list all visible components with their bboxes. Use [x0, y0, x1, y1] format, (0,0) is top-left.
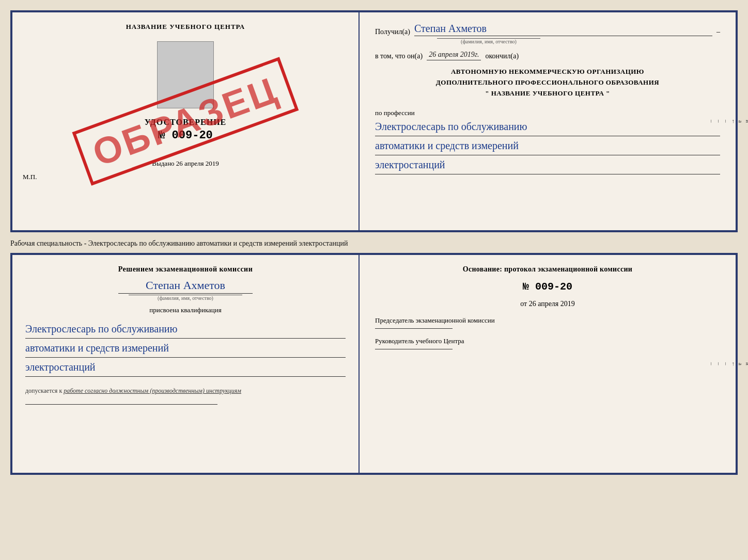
director-label: Руководитель учебного Центра: [375, 336, 720, 347]
allowed-text: работе согласно должностным (производств…: [64, 387, 241, 394]
org-block: АВТОНОМНУЮ НЕКОММЕРЧЕСКУЮ ОРГАНИЗАЦИЮ ДО…: [375, 67, 720, 99]
vtom-line: в том, что он(а) 26 апреля 2019г. окончи…: [375, 51, 720, 60]
side-decoration-bottom: и а ← – – –: [724, 255, 736, 473]
qual-line2: автоматики и средств измерений: [25, 339, 346, 358]
director-block: Руководитель учебного Центра: [375, 336, 720, 349]
org-line2: ДОПОЛНИТЕЛЬНОГО ПРОФЕССИОНАЛЬНОГО ОБРАЗО…: [375, 77, 720, 88]
bottom-left-panel: Решением экзаменационной комиссии Степан…: [12, 255, 360, 473]
okonchil-label: окончил(а): [485, 52, 519, 60]
top-document: НАЗВАНИЕ УЧЕБНОГО ЦЕНТРА ОБРАЗЕЦ УДОСТОВ…: [10, 10, 738, 232]
top-right-panel: Получил(а) Степан Ахметов – (фамилия, им…: [360, 12, 736, 230]
ot-date: от 26 апреля 2019: [375, 300, 720, 308]
qual-line3: электростанций: [25, 358, 346, 377]
qualification-block: Электрослесарь по обслуживанию автоматик…: [25, 319, 346, 377]
received-line: Получил(а) Степан Ахметов –: [375, 23, 720, 36]
profession-line3: электростанций: [375, 155, 720, 174]
page-wrapper: НАЗВАНИЕ УЧЕБНОГО ЦЕНТРА ОБРАЗЕЦ УДОСТОВ…: [10, 10, 738, 475]
cert-title: УДОСТОВЕРЕНИЕ: [145, 118, 227, 127]
signature-line-left: [25, 404, 217, 405]
chairman-label: Председатель экзаменационной комиссии: [375, 315, 720, 326]
ot-date-value: 26 апреля 2019: [529, 300, 575, 308]
fio-hint-bottom: (фамилия, имя, отчество): [129, 295, 242, 301]
profession-line2: автоматики и средств измерений: [375, 136, 720, 155]
recipient-name: Степан Ахметов: [414, 23, 712, 36]
top-left-panel: НАЗВАНИЕ УЧЕБНОГО ЦЕНТРА ОБРАЗЕЦ УДОСТОВ…: [12, 12, 360, 230]
person-block: Степан Ахметов (фамилия, имя, отчество): [25, 279, 346, 301]
decision-text: Решением экзаменационной комиссии: [25, 265, 346, 274]
chairman-sig-line: [375, 328, 453, 329]
issued-prefix: Выдано: [152, 159, 174, 167]
allowed-block: допускается к работе согласно должностны…: [25, 387, 346, 395]
cert-number: № 009-20: [158, 129, 213, 142]
issued-date-value: 26 апреля 2019: [176, 159, 219, 167]
director-sig-line: [375, 349, 453, 349]
protocol-number: № 009-20: [375, 281, 720, 293]
received-block: Получил(а) Степан Ахметов – (фамилия, им…: [375, 23, 720, 44]
osnov-text: Основание: протокол экзаменационной коми…: [375, 265, 720, 274]
dash-1: –: [716, 28, 720, 36]
fio-hint-top: (фамилия, имя, отчество): [437, 38, 540, 44]
qual-line1: Электрослесарь по обслуживанию: [25, 319, 346, 339]
chairman-block: Председатель экзаменационной комиссии: [375, 315, 720, 329]
specialty-label: Рабочая специальность - Электрослесарь п…: [10, 236, 738, 249]
person-name: Степан Ахметов: [118, 279, 253, 294]
protocol-num: 009-20: [535, 281, 572, 293]
mp-label: М.П.: [23, 173, 37, 181]
protocol-prefix: №: [523, 281, 529, 293]
top-org-title: НАЗВАНИЕ УЧЕБНОГО ЦЕНТРА: [126, 23, 245, 31]
vtom-date: 26 апреля 2019г.: [427, 51, 481, 60]
photo-placeholder: [157, 41, 214, 108]
bottom-document: Решением экзаменационной комиссии Степан…: [10, 253, 738, 475]
side-decoration-top: и а ← – – –: [724, 12, 736, 230]
assigned-label: присвоена квалификация: [25, 306, 346, 314]
ot-prefix: от: [520, 300, 527, 308]
allowed-prefix: допускается к: [25, 387, 62, 394]
org-line3: " НАЗВАНИЕ УЧЕБНОГО ЦЕНТРА ": [375, 88, 720, 99]
profession-label: по профессии: [375, 109, 720, 117]
profession-block: по профессии Электрослесарь по обслужива…: [375, 105, 720, 174]
org-line1: АВТОНОМНУЮ НЕКОММЕРЧЕСКУЮ ОРГАНИЗАЦИЮ: [375, 67, 720, 77]
received-label: Получил(а): [375, 28, 410, 36]
issued-date: Выдано 26 апреля 2019: [152, 159, 219, 168]
bottom-right-panel: Основание: протокол экзаменационной коми…: [360, 255, 736, 473]
vtom-label: в том, что он(а): [375, 52, 423, 60]
profession-line1: Электрослесарь по обслуживанию: [375, 117, 720, 136]
